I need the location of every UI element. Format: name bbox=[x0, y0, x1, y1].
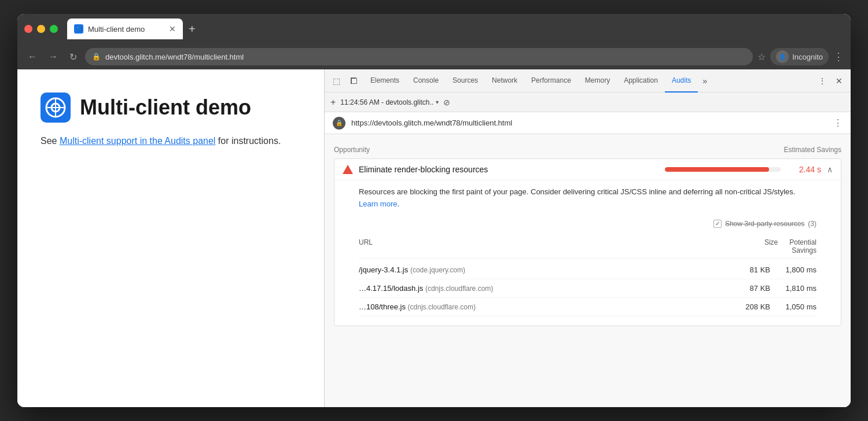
resource-savings-3: 1,050 ms bbox=[770, 302, 816, 311]
avatar: 👤 bbox=[776, 50, 789, 63]
traffic-lights bbox=[24, 25, 58, 33]
learn-more-link[interactable]: Learn more bbox=[359, 200, 397, 208]
tab-audits[interactable]: Audits bbox=[665, 69, 698, 93]
audit-bar-fill bbox=[665, 167, 769, 172]
tab-close-button[interactable]: ✕ bbox=[169, 24, 176, 34]
more-tabs-button[interactable]: » bbox=[698, 76, 712, 86]
desc-pre: See bbox=[41, 136, 60, 146]
devtools-tabs: Elements Console Sources Network Perform… bbox=[363, 69, 812, 93]
resource-savings-1: 1,800 ms bbox=[770, 265, 816, 274]
minimize-button[interactable] bbox=[37, 25, 45, 33]
url-menu-button[interactable]: ⋮ bbox=[833, 117, 843, 128]
timestamp-label: 11:24:56 AM - devtools.glitch.. ▾ bbox=[340, 98, 439, 106]
page-content: Multi-client demo See Multi-client suppo… bbox=[17, 69, 324, 407]
browser-menu-button[interactable]: ⋮ bbox=[833, 50, 844, 63]
table-row: …108/three.js (cdnjs.cloudflare.com) 208… bbox=[359, 298, 816, 316]
devtools-secondary-bar: + 11:24:56 AM - devtools.glitch.. ▾ ⊘ bbox=[325, 93, 851, 112]
col-savings-header: PotentialSavings bbox=[789, 238, 816, 254]
audit-savings-bar bbox=[665, 167, 781, 172]
browser-window: 🔵 Multi-client demo ✕ + ← → ↻ 🔒 devtools… bbox=[17, 14, 851, 407]
opportunity-label: Opportunity bbox=[334, 146, 370, 154]
audit-description: Resources are blocking the first paint o… bbox=[359, 186, 816, 211]
logo-svg bbox=[45, 97, 66, 118]
audited-url: https://devtools.glitch.me/wndt78/multic… bbox=[351, 119, 827, 127]
title-bar: 🔵 Multi-client demo ✕ + bbox=[17, 14, 851, 44]
page-logo bbox=[41, 93, 71, 123]
audits-panel-link[interactable]: Multi-client support in the Audits panel bbox=[60, 136, 215, 146]
add-button[interactable]: + bbox=[330, 97, 336, 108]
audit-item-title: Eliminate render-blocking resources bbox=[359, 165, 659, 174]
resource-savings-2: 1,810 ms bbox=[770, 284, 816, 293]
audit-item-render-blocking: Eliminate render-blocking resources 2.44… bbox=[334, 158, 841, 326]
show-3rdparty-label: Show 3rd-party resources bbox=[725, 220, 804, 228]
table-row: /jquery-3.4.1.js (code.jquery.com) 81 KB… bbox=[359, 261, 816, 279]
devtools-panel: ⬚ ⧠ Elements Console Sources Network bbox=[324, 69, 851, 407]
opportunity-header: Opportunity Estimated Savings bbox=[334, 143, 841, 158]
devtools-tab-actions: ⋮ ✕ bbox=[815, 74, 846, 88]
desc-post: for instructions. bbox=[215, 136, 281, 146]
tab-application[interactable]: Application bbox=[617, 69, 665, 93]
table-row: …4.17.15/lodash.js (cdnjs.cloudflare.com… bbox=[359, 279, 816, 298]
show-3rdparty-checkbox[interactable]: ✓ bbox=[713, 220, 722, 228]
incognito-label: Incognito bbox=[792, 53, 823, 61]
show-3rdparty-row: ✓ Show 3rd-party resources (3) bbox=[359, 220, 816, 228]
page-logo-title: Multi-client demo bbox=[41, 93, 301, 123]
back-button[interactable]: ← bbox=[24, 49, 41, 64]
audit-savings-value: 2.44 s bbox=[786, 165, 821, 174]
audits-content: Opportunity Estimated Savings Eliminate … bbox=[325, 134, 851, 407]
lock-icon: 🔒 bbox=[92, 53, 101, 61]
reload-button[interactable]: ↻ bbox=[66, 49, 80, 65]
estimated-savings-label: Estimated Savings bbox=[784, 146, 841, 154]
profile-button[interactable]: 👤 Incognito bbox=[770, 48, 829, 65]
clear-button[interactable]: ⊘ bbox=[443, 98, 450, 107]
tab-sources[interactable]: Sources bbox=[446, 69, 485, 93]
audit-item-body: Resources are blocking the first paint o… bbox=[334, 180, 841, 326]
resource-url-2: …4.17.15/lodash.js (cdnjs.cloudflare.com… bbox=[359, 284, 730, 293]
tab-elements[interactable]: Elements bbox=[363, 69, 406, 93]
audited-url-row: 🔒 https://devtools.glitch.me/wndt78/mult… bbox=[325, 112, 851, 134]
nav-bar: ← → ↻ 🔒 devtools.glitch.me/wndt78/multic… bbox=[17, 44, 851, 69]
url-text: devtools.glitch.me/wndt78/multiclient.ht… bbox=[105, 53, 244, 61]
resource-size-1: 81 KB bbox=[730, 265, 770, 274]
show-3rdparty-count: (3) bbox=[808, 220, 816, 228]
page-title: Multi-client demo bbox=[80, 95, 251, 120]
forward-button[interactable]: → bbox=[45, 49, 61, 64]
new-tab-button[interactable]: + bbox=[185, 23, 199, 36]
audit-expand-chevron[interactable]: ∧ bbox=[827, 165, 833, 174]
page-description: See Multi-client support in the Audits p… bbox=[41, 134, 301, 148]
device-toolbar-button[interactable]: ⧠ bbox=[346, 74, 361, 88]
address-bar[interactable]: 🔒 devtools.glitch.me/wndt78/multiclient.… bbox=[85, 48, 753, 65]
audit-item-header[interactable]: Eliminate render-blocking resources 2.44… bbox=[334, 159, 841, 180]
resource-size-3: 208 KB bbox=[730, 302, 770, 311]
tab-bar: 🔵 Multi-client demo ✕ + bbox=[67, 19, 844, 39]
content-area: Multi-client demo See Multi-client suppo… bbox=[17, 69, 851, 407]
timestamp-dropdown[interactable]: ▾ bbox=[436, 99, 439, 105]
col-size-header: Size bbox=[764, 238, 778, 254]
col-url-header: URL bbox=[359, 238, 373, 254]
inspect-element-button[interactable]: ⬚ bbox=[329, 74, 344, 88]
tab-favicon: 🔵 bbox=[74, 24, 83, 34]
table-header: URL Size PotentialSavings bbox=[359, 235, 816, 258]
browser-tab[interactable]: 🔵 Multi-client demo ✕ bbox=[67, 19, 183, 39]
tab-memory[interactable]: Memory bbox=[578, 69, 617, 93]
tab-performance[interactable]: Performance bbox=[524, 69, 578, 93]
warning-icon bbox=[343, 165, 353, 174]
resource-url-3: …108/three.js (cdnjs.cloudflare.com) bbox=[359, 302, 730, 311]
devtools-close-button[interactable]: ✕ bbox=[832, 74, 846, 88]
close-button[interactable] bbox=[24, 25, 32, 33]
tab-console[interactable]: Console bbox=[406, 69, 446, 93]
audit-resources-table: URL Size PotentialSavings /jquery-3.4.1.… bbox=[359, 235, 816, 316]
bookmark-icon[interactable]: ☆ bbox=[757, 51, 766, 62]
url-icon: 🔒 bbox=[333, 117, 345, 130]
resource-url-1: /jquery-3.4.1.js (code.jquery.com) bbox=[359, 265, 730, 274]
devtools-toolbar: ⬚ ⧠ Elements Console Sources Network bbox=[325, 69, 851, 93]
devtools-more-button[interactable]: ⋮ bbox=[815, 74, 830, 88]
resource-size-2: 87 KB bbox=[730, 284, 770, 293]
tab-title: Multi-client demo bbox=[88, 25, 145, 34]
maximize-button[interactable] bbox=[50, 25, 58, 33]
tab-network[interactable]: Network bbox=[485, 69, 524, 93]
